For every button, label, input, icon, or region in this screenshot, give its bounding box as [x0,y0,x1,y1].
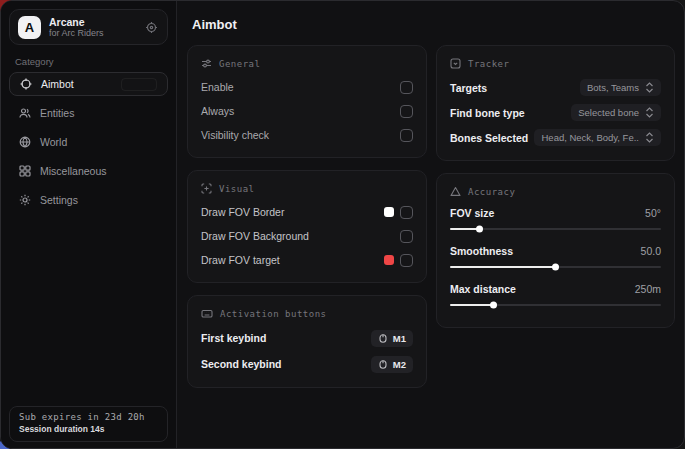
general-card: General Enable Always Visibility check [187,45,427,158]
right-column: Tracker Targets Bots, Teams [436,45,675,340]
keybind-value: M1 [393,333,406,344]
targets-select[interactable]: Bots, Teams [580,79,661,96]
brand-logo: A [18,16,41,39]
tracker-card-header: Tracker [450,58,661,69]
sidebar-item-world[interactable]: World [9,130,168,154]
keybind-value: M2 [393,359,406,370]
smoothness-slider[interactable] [450,261,661,273]
slider-fill [450,228,480,230]
brand-name: Arcane [49,16,137,28]
tracker-card: Tracker Targets Bots, Teams [436,45,675,161]
mouse-icon [378,360,388,369]
setting-row: Draw FOV target [201,248,413,272]
left-column: General Enable Always Visibility check [187,45,427,400]
keyboard-icon [201,308,213,319]
app-window: A Arcane for Arc Riders Category [0,0,685,449]
always-checkbox[interactable] [400,105,413,118]
sidebar-item-entities[interactable]: Entities [9,101,168,125]
subscription-info: Sub expires in 23d 20h Session duration … [9,406,168,442]
fov-size-slider[interactable] [450,223,661,235]
sidebar-item-miscellaneous[interactable]: Miscellaneous [9,159,168,183]
setting-row: Visibility check [201,123,413,147]
setting-label: Bones Selected [450,132,528,144]
slider-thumb[interactable] [490,302,497,309]
slider-row: FOV size 50° [450,203,661,235]
triangle-icon [450,186,461,197]
sidebar-item-aimbot[interactable]: Aimbot [9,72,168,96]
max-distance-slider[interactable] [450,299,661,311]
find-bone-type-select[interactable]: Selected bone [571,104,661,121]
sidebar-item-label: Miscellaneous [40,165,107,177]
slider-value: 50° [645,207,661,219]
brand-text: Arcane for Arc Riders [49,16,137,38]
activation-card-header: Activation buttons [201,308,413,319]
card-title: General [219,59,260,69]
sliders-icon [201,58,212,69]
slider-fill [450,304,494,306]
session-duration: Session duration 14s [19,424,158,434]
setting-row: Second keybind M2 [201,351,413,377]
setting-row: Targets Bots, Teams [450,75,661,100]
sidebar-nav: Aimbot Entities [9,72,168,217]
globe-icon [19,136,31,148]
slider-row: Max distance 250m [450,279,661,311]
scan-eye-icon [201,183,212,194]
card-title: Visual [219,184,255,194]
setting-label: Smoothness [450,245,513,257]
draw-fov-target-checkbox[interactable] [400,254,413,267]
visibility-check-checkbox[interactable] [400,129,413,142]
setting-label: Always [201,105,234,117]
color-swatch-white[interactable] [384,207,394,217]
select-value: Selected bone [578,107,639,118]
sidebar-item-label: Entities [40,107,74,119]
setting-label: Enable [201,81,234,93]
second-keybind-button[interactable]: M2 [371,356,413,373]
enable-checkbox[interactable] [400,81,413,94]
visual-card-header: Visual [201,183,413,194]
slider-row: Smoothness 50.0 [450,241,661,273]
subscription-expiry: Sub expires in 23d 20h [19,412,158,422]
draw-fov-background-checkbox[interactable] [400,230,413,243]
dropdown-box-icon [450,58,461,69]
visual-card: Visual Draw FOV Border Draw FOV Backgrou… [187,170,427,283]
setting-label: Second keybind [201,358,282,370]
card-title: Activation buttons [220,309,327,319]
brand-subtitle: for Arc Riders [49,28,137,38]
color-swatch-red[interactable] [384,255,394,265]
brand-initial: A [25,20,34,35]
sidebar-item-label: World [40,136,67,148]
keybind-hint-badge [121,78,157,91]
setting-label: Draw FOV Border [201,206,284,218]
target-icon[interactable] [145,21,158,34]
card-title: Accuracy [468,187,515,197]
setting-row: First keybind M1 [201,325,413,351]
slider-value: 50.0 [641,245,661,257]
chevrons-up-down-icon [645,132,654,143]
accuracy-card-header: Accuracy [450,186,661,197]
sidebar-item-settings[interactable]: Settings [9,188,168,212]
bones-selected-select[interactable]: Head, Neck, Body, Fe.. [534,129,661,146]
entities-icon [19,107,31,119]
setting-row: Always [201,99,413,123]
first-keybind-button[interactable]: M1 [371,330,413,347]
accuracy-card: Accuracy FOV size 50° [436,173,675,328]
setting-label: Targets [450,82,487,94]
main-panel: Aimbot General Enable [177,1,684,448]
setting-row: Bones Selected Head, Neck, Body, Fe.. [450,125,661,150]
slider-thumb[interactable] [552,264,559,271]
setting-label: Draw FOV target [201,254,280,266]
setting-row: Draw FOV Border [201,200,413,224]
sidebar-item-label: Aimbot [41,78,74,90]
sidebar: A Arcane for Arc Riders Category [1,1,177,448]
setting-label: Visibility check [201,129,269,141]
draw-fov-border-checkbox[interactable] [400,206,413,219]
setting-row: Draw FOV Background [201,224,413,248]
gear-icon [19,194,31,206]
grid-icon [19,165,31,177]
brand-card: A Arcane for Arc Riders [9,9,168,45]
mouse-icon [378,334,388,343]
setting-label: First keybind [201,332,266,344]
slider-thumb[interactable] [476,226,483,233]
setting-row: Enable [201,75,413,99]
select-value: Bots, Teams [587,82,639,93]
